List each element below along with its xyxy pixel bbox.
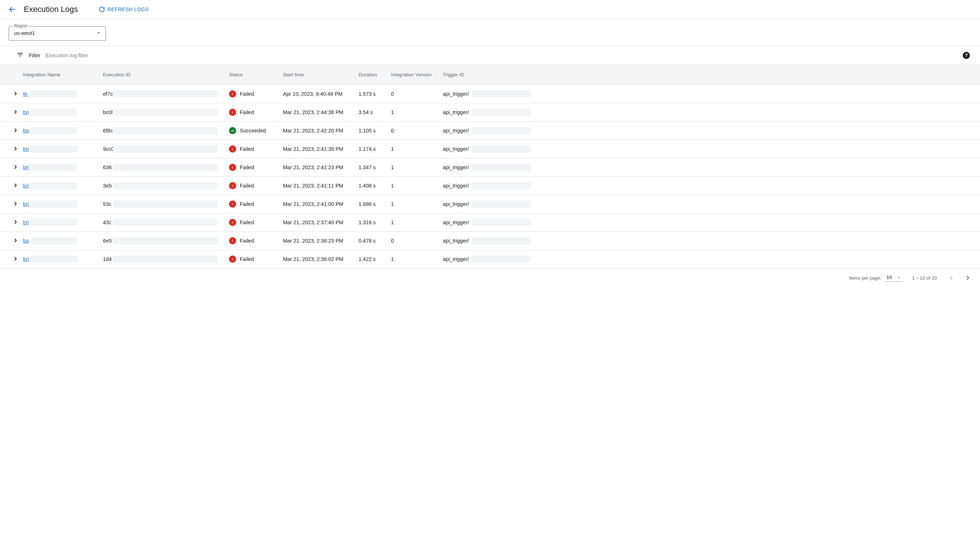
start-time: Mar 21, 2023, 2:44:36 PM — [283, 109, 344, 115]
start-time: Mar 21, 2023, 2:41:23 PM — [283, 165, 344, 170]
start-time: Mar 21, 2023, 2:36:02 PM — [283, 256, 344, 262]
region-value: us-west1 — [14, 30, 35, 36]
status-success-icon — [229, 127, 236, 134]
expand-row-button[interactable] — [12, 200, 19, 207]
redacted-mask — [30, 164, 77, 171]
filter-row: Filter ? — [0, 46, 980, 64]
chevron-down-icon — [897, 275, 901, 280]
expand-row-button[interactable] — [12, 145, 19, 152]
redacted-mask — [472, 255, 531, 263]
integration-name-link[interactable]: bri — [23, 165, 29, 170]
expand-row-button[interactable] — [12, 90, 19, 97]
status-failed-icon — [229, 182, 236, 189]
col-start-time[interactable]: Start time — [279, 65, 354, 85]
redacted-mask — [472, 127, 531, 134]
integration-name-link[interactable]: bq — [23, 238, 29, 243]
trigger-id: api_trigger/ — [443, 128, 469, 133]
redacted-mask — [472, 109, 531, 116]
col-execution-id[interactable]: Execution ID — [99, 65, 225, 85]
items-per-page-label: Items per page: — [849, 275, 881, 281]
expand-row-button[interactable] — [12, 237, 19, 243]
col-duration[interactable]: Duration — [354, 65, 387, 85]
execution-id: bc0l — [103, 109, 113, 115]
status-failed-icon — [229, 164, 236, 171]
help-icon[interactable]: ? — [963, 52, 970, 59]
execution-id: ef7c — [103, 91, 113, 97]
table-row: bri636FailedMar 21, 2023, 2:41:23 PM1.34… — [0, 158, 980, 177]
table-row: bri53cFailedMar 21, 2023, 2:41:00 PM1.68… — [0, 195, 980, 213]
page-nav — [946, 273, 973, 283]
col-trigger-id[interactable]: Trigger ID — [439, 65, 980, 85]
start-time: Mar 21, 2023, 2:41:11 PM — [283, 183, 344, 188]
integration-version: 1 — [391, 201, 394, 207]
svg-point-10 — [232, 203, 233, 204]
status-label: Failed — [240, 183, 254, 188]
chevron-down-icon — [96, 31, 101, 37]
svg-point-0 — [232, 93, 233, 93]
trigger-id: api_trigger/ — [443, 238, 469, 243]
execution-id: 9cc0 — [103, 146, 114, 152]
filter-input[interactable] — [45, 53, 958, 58]
svg-point-12 — [232, 221, 233, 222]
integration-version: 0 — [391, 128, 394, 133]
status-label: Failed — [240, 238, 254, 243]
redacted-mask — [113, 255, 217, 263]
status-failed-icon — [229, 200, 236, 208]
redacted-mask — [113, 200, 217, 208]
start-time: Mar 21, 2023, 2:41:39 PM — [283, 146, 344, 152]
integration-name-link[interactable]: bri — [23, 220, 29, 225]
redacted-mask — [30, 145, 77, 153]
execution-id: 1d4 — [103, 256, 112, 262]
col-status[interactable]: Status — [225, 65, 279, 85]
redacted-mask — [113, 127, 217, 134]
integration-name-link[interactable]: tk- — [23, 91, 29, 97]
expand-row-button[interactable] — [12, 182, 19, 188]
prev-page-button[interactable] — [946, 273, 956, 283]
status-label: Failed — [240, 109, 254, 115]
trigger-id: api_trigger/ — [443, 220, 469, 225]
redacted-mask — [30, 237, 77, 244]
redacted-mask — [30, 127, 77, 134]
expand-row-button[interactable] — [12, 219, 19, 225]
integration-version: 1 — [391, 256, 394, 262]
table-row: bri9cc0FailedMar 21, 2023, 2:41:39 PM1.1… — [0, 140, 980, 158]
col-integration-name[interactable]: Integration Name — [23, 65, 99, 85]
refresh-logs-button[interactable]: REFRESH LOGS — [99, 6, 149, 13]
duration: 1.408 s — [359, 183, 376, 188]
integration-name-link[interactable]: bri — [23, 183, 29, 188]
integration-name-link[interactable]: bri — [23, 201, 29, 207]
redacted-mask — [113, 164, 217, 171]
status-failed-icon — [229, 237, 236, 244]
integration-name-link[interactable]: bq — [23, 128, 29, 133]
redacted-mask — [30, 255, 77, 263]
expand-row-button[interactable] — [12, 255, 19, 262]
integration-name-link[interactable]: bri — [23, 256, 29, 262]
execution-id: 53c — [103, 201, 111, 207]
integration-name-link[interactable]: bri — [23, 146, 29, 152]
status-failed-icon — [229, 219, 236, 226]
expand-row-button[interactable] — [12, 109, 19, 115]
filter-icon — [17, 51, 24, 59]
chevron-left-icon — [948, 274, 955, 282]
duration: 1.347 s — [359, 165, 376, 170]
paginator: Items per page: 10 1 – 10 of 20 — [0, 268, 980, 290]
integration-version: 1 — [391, 220, 394, 225]
redacted-mask — [472, 219, 531, 226]
status-failed-icon — [229, 255, 236, 263]
status-label: Failed — [240, 91, 254, 97]
col-integration-version[interactable]: Integration Version — [387, 65, 439, 85]
svg-point-6 — [232, 166, 233, 167]
expand-row-button[interactable] — [12, 127, 19, 133]
page-range: 1 – 10 of 20 — [912, 275, 937, 281]
page-size-select[interactable]: 10 — [885, 274, 903, 282]
redacted-mask — [30, 90, 77, 98]
next-page-button[interactable] — [963, 273, 973, 283]
redacted-mask — [472, 200, 531, 208]
integration-name-link[interactable]: bri — [23, 109, 29, 115]
filter-label: Filter — [29, 53, 40, 58]
back-button[interactable] — [7, 4, 17, 14]
expand-row-button[interactable] — [12, 164, 19, 170]
region-select[interactable]: Region us-west1 — [8, 26, 106, 41]
integration-version: 0 — [391, 91, 394, 97]
table-row: bri1d4FailedMar 21, 2023, 2:36:02 PM1.42… — [0, 250, 980, 268]
